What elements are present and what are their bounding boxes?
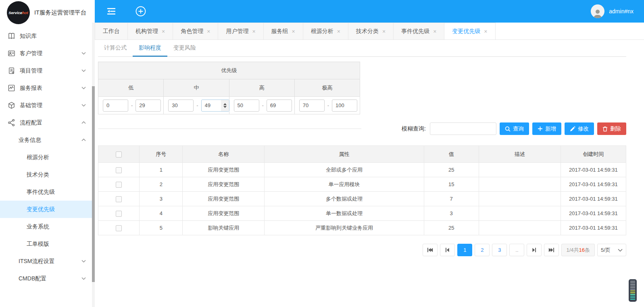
sidebar-item-label: CMDB配置 bbox=[19, 275, 46, 282]
subtab-label: 影响程度 bbox=[139, 44, 161, 52]
search-toolbar: 模糊查询: 查询 新增 修改 删除 bbox=[98, 122, 626, 135]
tab-service-group[interactable]: 服务组× bbox=[264, 23, 303, 39]
table-row[interactable]: 3 应用变更范围 多个数据或处理 7 2017-03-01 14:59:31 bbox=[98, 192, 626, 206]
row-checkbox[interactable] bbox=[116, 196, 122, 202]
sidebar-item-itsm-process[interactable]: ITSM流程设置 bbox=[0, 253, 95, 270]
table-row[interactable]: 4 应用变更范围 单一数据或处理 3 2017-03-01 14:59:31 bbox=[98, 206, 626, 221]
user-menu[interactable]: admin#nx bbox=[591, 4, 634, 18]
cell-index: 2 bbox=[140, 177, 183, 192]
prev-page-button[interactable] bbox=[440, 244, 455, 256]
content-panel: 计算公式 影响程度 变更风险 优先级 低 中 高 极高 - bbox=[95, 40, 644, 307]
close-icon[interactable]: × bbox=[433, 28, 436, 35]
sidebar-item-tech-category[interactable]: 技术分类 bbox=[0, 166, 95, 183]
cell-value: 15 bbox=[424, 177, 479, 192]
sidebar-item-root-analysis[interactable]: 根源分析 bbox=[0, 149, 95, 166]
cell-description bbox=[479, 163, 561, 177]
priority-level-medium: 中 bbox=[164, 79, 229, 97]
tab-tech-category[interactable]: 技术分类× bbox=[348, 23, 394, 39]
medium-min-input[interactable] bbox=[168, 100, 194, 112]
row-checkbox[interactable] bbox=[116, 225, 122, 231]
page-button-2[interactable]: 2 bbox=[475, 244, 490, 256]
next-page-button[interactable] bbox=[527, 244, 542, 256]
username: admin#nx bbox=[609, 8, 634, 15]
critical-max-input[interactable] bbox=[332, 100, 357, 112]
subtab-change-risk[interactable]: 变更风险 bbox=[167, 40, 202, 57]
sidebar-item-label: 项目管理 bbox=[20, 67, 42, 75]
sidebar-item-incident-priority[interactable]: 事件优先级 bbox=[0, 183, 95, 201]
page-button-1[interactable]: 1 bbox=[457, 244, 472, 256]
close-icon[interactable]: × bbox=[337, 28, 340, 35]
tab-incident-priority[interactable]: 事件优先级× bbox=[394, 23, 444, 39]
subtab-formula[interactable]: 计算公式 bbox=[98, 40, 133, 57]
tab-role-management[interactable]: 角色管理× bbox=[173, 23, 218, 39]
critical-min-input[interactable] bbox=[299, 100, 325, 112]
close-icon[interactable]: × bbox=[382, 28, 386, 35]
fuzzy-search-input[interactable] bbox=[430, 122, 496, 135]
sidebar-item-business-system[interactable]: 业务系统 bbox=[0, 218, 95, 235]
sidebar-item-report[interactable]: 服务报表 bbox=[0, 79, 95, 97]
select-all-checkbox[interactable] bbox=[116, 151, 122, 158]
edit-button[interactable]: 修改 bbox=[565, 122, 594, 135]
close-icon[interactable]: × bbox=[292, 28, 295, 35]
close-icon[interactable]: × bbox=[162, 28, 165, 35]
select-all-header bbox=[98, 146, 140, 163]
cube-icon bbox=[8, 102, 15, 109]
query-button[interactable]: 查询 bbox=[500, 122, 529, 135]
tab-user-management[interactable]: 用户管理× bbox=[218, 23, 263, 39]
fuzzy-search-label: 模糊查询: bbox=[402, 125, 426, 133]
close-icon[interactable]: × bbox=[252, 28, 255, 35]
low-min-input[interactable] bbox=[103, 100, 128, 112]
cell-name: 应用变更范围 bbox=[183, 206, 265, 221]
close-icon[interactable]: × bbox=[484, 28, 487, 35]
first-page-button[interactable] bbox=[423, 244, 438, 256]
row-checkbox[interactable] bbox=[116, 211, 122, 217]
tab-workbench[interactable]: 工作台 bbox=[95, 23, 128, 39]
collapse-menu-icon[interactable] bbox=[106, 7, 117, 15]
scrollbar-thumb[interactable] bbox=[92, 86, 95, 282]
page-ellipsis[interactable]: .. bbox=[509, 244, 524, 256]
range-separator: - bbox=[262, 102, 264, 108]
add-button[interactable]: 新增 bbox=[532, 122, 561, 135]
tab-change-priority[interactable]: 变更优先级× bbox=[444, 23, 495, 39]
sidebar-item-change-priority[interactable]: 变更优先级 bbox=[0, 201, 95, 218]
sidebar-item-project[interactable]: 项目管理 bbox=[0, 62, 95, 79]
sidebar-item-base[interactable]: 基础管理 bbox=[0, 97, 95, 114]
book-icon bbox=[8, 32, 15, 40]
tab-org-management[interactable]: 机构管理× bbox=[128, 23, 173, 39]
sidebar-item-process-config[interactable]: 流程配置 bbox=[0, 114, 95, 131]
sidebar-scrollbar[interactable] bbox=[92, 23, 95, 307]
high-max-input[interactable] bbox=[267, 100, 292, 112]
total-count: 16 bbox=[579, 247, 585, 253]
per-page-select[interactable]: 5/页 bbox=[597, 244, 626, 256]
row-checkbox[interactable] bbox=[116, 167, 122, 173]
plus-circle-icon[interactable] bbox=[135, 6, 146, 17]
last-page-button[interactable] bbox=[544, 244, 559, 256]
spin-down-icon[interactable] bbox=[223, 106, 227, 108]
cell-description bbox=[479, 221, 561, 235]
tab-root-analysis[interactable]: 根源分析× bbox=[303, 23, 348, 39]
table-row[interactable]: 2 应用变更范围 单一应用模块 15 2017-03-01 14:59:31 bbox=[98, 177, 626, 192]
delete-button[interactable]: 删除 bbox=[597, 122, 626, 135]
sidebar-item-customer[interactable]: 客户管理 bbox=[0, 45, 95, 62]
page-button-3[interactable]: 3 bbox=[492, 244, 507, 256]
avatar bbox=[591, 4, 604, 18]
high-min-input[interactable] bbox=[234, 100, 259, 112]
close-icon[interactable]: × bbox=[207, 28, 210, 35]
sidebar-item-knowledge[interactable]: 知识库 bbox=[0, 27, 95, 45]
sidebar-item-business-info[interactable]: 业务信息 bbox=[0, 131, 95, 149]
low-max-input[interactable] bbox=[135, 100, 161, 112]
spin-up-icon[interactable] bbox=[223, 103, 227, 105]
cell-attribute: 单一数据或处理 bbox=[265, 206, 424, 221]
sidebar-item-cmdb-config[interactable]: CMDB配置 bbox=[0, 270, 95, 287]
chevron-down-icon bbox=[81, 52, 86, 55]
table-row[interactable]: 5 影响关键应用 严重影响到关键业务应用 25 2017-03-01 14:59… bbox=[98, 221, 626, 235]
subtab-bar: 计算公式 影响程度 变更风险 bbox=[98, 40, 626, 57]
number-spinner[interactable] bbox=[221, 100, 229, 111]
subtab-impact[interactable]: 影响程度 bbox=[133, 40, 167, 57]
row-checkbox[interactable] bbox=[116, 182, 122, 188]
cell-name: 应用变更范围 bbox=[183, 192, 265, 206]
table-row[interactable]: 1 应用变更范围 全部或多个应用 25 2017-03-01 14:59:31 bbox=[98, 163, 626, 177]
cell-index: 1 bbox=[140, 163, 183, 177]
cell-value: 25 bbox=[424, 163, 479, 177]
sidebar-item-ticket-template[interactable]: 工单模版 bbox=[0, 235, 95, 253]
